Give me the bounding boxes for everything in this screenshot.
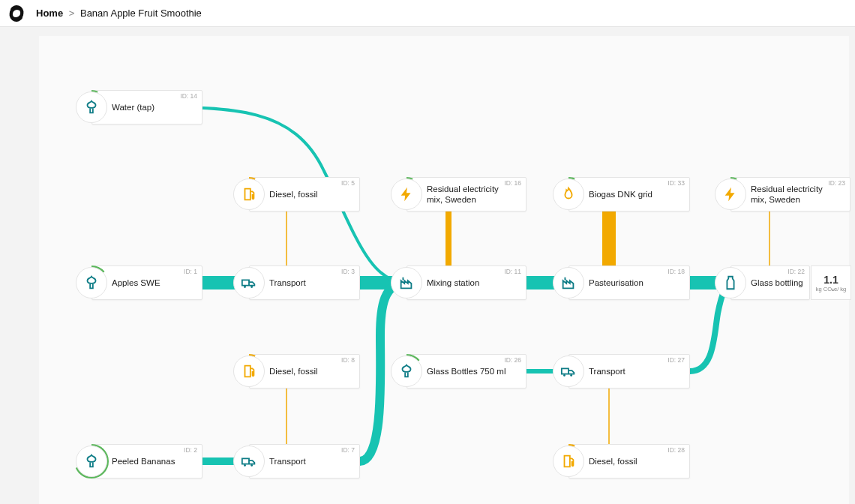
node-label: Diesel, fossil xyxy=(269,189,324,200)
node-bananas[interactable]: Peeled Bananas ID: 2 xyxy=(92,444,202,478)
chevron-right-icon: > xyxy=(69,8,75,19)
fuel-icon xyxy=(233,178,265,210)
node-label: Mixing station xyxy=(427,278,485,288)
node-label: Residual electricity mix, Sweden xyxy=(751,184,841,206)
breadcrumb-current: Banan Apple Fruit Smoothie xyxy=(80,8,202,19)
node-label: Transport xyxy=(269,456,312,466)
node-diesel8[interactable]: Diesel, fossil ID: 8 xyxy=(249,354,360,388)
metric-value: 1.1 xyxy=(824,274,838,286)
bolt-icon xyxy=(391,178,422,210)
node-id-badge: ID: 5 xyxy=(341,179,355,187)
node-label: Glass Bottles 750 ml xyxy=(427,366,512,376)
node-label: Transport xyxy=(589,366,632,376)
breadcrumb-home[interactable]: Home xyxy=(36,8,63,19)
bottle-icon xyxy=(715,267,746,298)
node-mixing[interactable]: Mixing station ID: 11 xyxy=(406,266,526,300)
truck-icon xyxy=(233,267,265,298)
app-logo-icon xyxy=(6,3,27,24)
flow-canvas[interactable]: Water (tap) ID: 14 Diesel, fossil ID: 5 … xyxy=(39,36,849,504)
bolt-icon xyxy=(715,178,746,210)
truck-icon xyxy=(233,446,265,477)
factory-icon xyxy=(553,267,584,298)
node-label: Glass bottling xyxy=(751,278,809,288)
emission-metric: 1.1 kg CO₂e/ kg xyxy=(811,266,851,300)
node-transport7[interactable]: Transport ID: 7 xyxy=(249,444,360,478)
node-apples[interactable]: Apples SWE ID: 1 xyxy=(92,266,202,300)
plant-icon xyxy=(76,446,107,477)
node-diesel28[interactable]: Diesel, fossil ID: 28 xyxy=(568,444,690,478)
fuel-icon xyxy=(233,356,265,387)
node-id-badge: ID: 26 xyxy=(504,356,521,364)
node-label: Apples SWE xyxy=(112,278,166,288)
node-biogas[interactable]: Biogas DNK grid ID: 33 xyxy=(568,177,690,212)
node-diesel5[interactable]: Diesel, fossil ID: 5 xyxy=(249,177,360,212)
plant-icon xyxy=(391,356,422,387)
node-id-badge: ID: 8 xyxy=(341,356,355,364)
node-id-badge: ID: 18 xyxy=(668,268,685,275)
plant-icon xyxy=(76,92,107,123)
metric-unit: kg CO₂e/ kg xyxy=(816,286,847,292)
node-id-badge: ID: 16 xyxy=(504,179,521,187)
node-id-badge: ID: 1 xyxy=(184,268,197,275)
plant-icon xyxy=(76,267,107,298)
node-label: Residual electricity mix, Sweden xyxy=(427,184,517,206)
node-pasteur[interactable]: Pasteurisation ID: 18 xyxy=(568,266,690,300)
node-id-badge: ID: 28 xyxy=(668,446,685,454)
node-label: Pasteurisation xyxy=(589,278,650,288)
node-water[interactable]: Water (tap) ID: 14 xyxy=(92,90,202,124)
node-label: Water (tap) xyxy=(112,102,160,112)
node-label: Diesel, fossil xyxy=(269,366,324,376)
app-header: Home > Banan Apple Fruit Smoothie xyxy=(0,0,855,27)
node-id-badge: ID: 3 xyxy=(341,268,355,275)
factory-icon xyxy=(391,267,422,298)
fuel-icon xyxy=(553,446,584,477)
node-id-badge: ID: 11 xyxy=(504,268,521,275)
node-label: Biogas DNK grid xyxy=(589,189,658,200)
node-id-badge: ID: 23 xyxy=(828,179,845,187)
node-label: Peeled Bananas xyxy=(112,456,181,466)
node-transport3[interactable]: Transport ID: 3 xyxy=(249,266,360,300)
node-id-badge: ID: 14 xyxy=(180,92,197,100)
node-id-badge: ID: 7 xyxy=(341,446,355,454)
node-id-badge: ID: 33 xyxy=(668,179,685,187)
truck-icon xyxy=(553,356,584,387)
node-label: Diesel, fossil xyxy=(589,456,644,466)
node-transport27[interactable]: Transport ID: 27 xyxy=(568,354,690,388)
node-bottling[interactable]: Glass bottling ID: 22 xyxy=(730,266,810,300)
breadcrumb: Home > Banan Apple Fruit Smoothie xyxy=(36,8,202,19)
node-elec23[interactable]: Residual electricity mix, Sweden ID: 23 xyxy=(730,177,850,212)
node-label: Transport xyxy=(269,278,312,288)
flame-icon xyxy=(553,178,584,210)
node-id-badge: ID: 22 xyxy=(788,268,805,275)
node-id-badge: ID: 2 xyxy=(184,446,197,454)
node-bottles[interactable]: Glass Bottles 750 ml ID: 26 xyxy=(406,354,526,388)
node-elec16[interactable]: Residual electricity mix, Sweden ID: 16 xyxy=(406,177,526,212)
node-id-badge: ID: 27 xyxy=(668,356,685,364)
